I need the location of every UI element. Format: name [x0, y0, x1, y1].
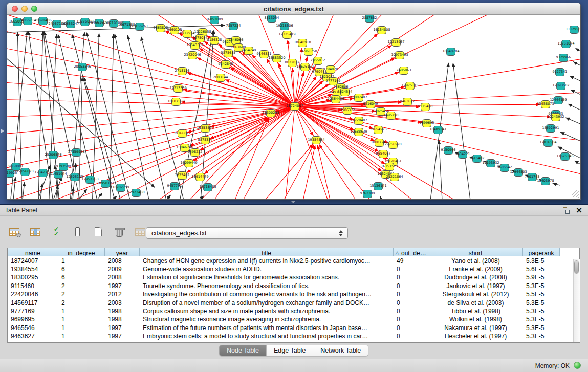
graph-node[interactable]: 3319925: [7, 170, 17, 178]
graph-node[interactable]: 16782759: [112, 184, 129, 192]
graph-node[interactable]: 2718126: [175, 68, 190, 75]
table-mode-button[interactable]: [7, 224, 21, 239]
table-cell[interactable]: Estimation of significance thresholds fo…: [140, 273, 394, 281]
graph-node[interactable]: 9227341: [553, 69, 568, 76]
table-cell[interactable]: Nakamura et al. (1997): [428, 324, 523, 332]
graph-node[interactable]: 9397588: [56, 163, 71, 171]
table-cell[interactable]: 0: [394, 273, 428, 281]
graph-node[interactable]: 12923468: [127, 189, 144, 197]
table-cell[interactable]: 6: [58, 265, 105, 273]
table-cell[interactable]: 2008: [105, 273, 140, 281]
table-cell[interactable]: 9463627: [8, 332, 58, 340]
graph-node[interactable]: 19384554: [308, 137, 324, 144]
close-panel-icon[interactable]: ×: [576, 205, 582, 215]
graph-node[interactable]: 19166827: [173, 130, 190, 138]
graph-node[interactable]: 17016504: [539, 139, 556, 147]
table-cell[interactable]: Investigating the contribution of common…: [140, 290, 394, 298]
table-cell[interactable]: 1: [58, 332, 105, 340]
graph-node[interactable]: 15716485: [199, 184, 216, 191]
graph-node[interactable]: 10107550: [167, 98, 184, 106]
table-cell[interactable]: 0: [394, 298, 428, 307]
graph-node[interactable]: 12213369: [169, 85, 186, 93]
graph-node[interactable]: 9275054: [193, 35, 208, 42]
table-cell[interactable]: Changes of HCN gene expression and I(f) …: [140, 256, 394, 265]
table-cell[interactable]: Dudbridge et al. (2008): [428, 273, 523, 281]
graph-node[interactable]: 12213967: [387, 39, 404, 47]
graph-node[interactable]: 9150966: [441, 147, 456, 155]
graph-node[interactable]: 7485063: [397, 67, 411, 75]
graph-node[interactable]: 8454749: [242, 47, 256, 55]
table-cell[interactable]: 9777169: [8, 307, 58, 315]
graph-node[interactable]: 15883520: [268, 55, 285, 62]
tab-edge-table[interactable]: Edge Table: [267, 345, 313, 356]
table-cell[interactable]: 5.3E-5: [523, 332, 560, 340]
graph-node[interactable]: 16154808: [373, 27, 390, 34]
table-cell[interactable]: 18300295: [8, 273, 58, 281]
table-cell[interactable]: 2: [58, 298, 105, 307]
table-cell[interactable]: 0: [394, 332, 428, 340]
table-cell[interactable]: 1: [58, 315, 105, 323]
window-titlebar[interactable]: citations_edges.txt: [7, 3, 580, 15]
graph-node[interactable]: 15720407: [350, 117, 367, 125]
table-cell[interactable]: Estimation of the future numbers of pati…: [140, 324, 394, 332]
table-cell[interactable]: 1998: [105, 315, 140, 323]
graph-node[interactable]: 2803144: [213, 74, 228, 82]
graph-node[interactable]: 9762309: [360, 190, 375, 198]
table-cell[interactable]: Genome-wide association studies in ADHD.: [140, 265, 394, 273]
table-cell[interactable]: Wolkin et al. (1998): [428, 315, 523, 323]
graph-node[interactable]: 9434221: [455, 151, 470, 159]
graph-node[interactable]: 10807487: [350, 94, 367, 102]
table-cell[interactable]: Corpus callosum shape and size in male p…: [140, 307, 394, 315]
table-cell[interactable]: 0: [394, 265, 428, 273]
graph-node[interactable]: 9699695: [420, 120, 434, 127]
graph-node[interactable]: 15136141: [369, 183, 386, 190]
graph-node[interactable]: 7857224: [226, 23, 241, 30]
citation-network-graph[interactable]: 1665061424055714206914062493718610653247…: [7, 15, 580, 199]
network-canvas[interactable]: 1665061424055714206914062493718610653247…: [7, 15, 580, 199]
table-cell[interactable]: 5.5E-5: [523, 290, 560, 298]
graph-node[interactable]: 12093587: [552, 82, 569, 90]
table-cell[interactable]: Yano et al. (2008): [428, 256, 523, 265]
graph-node[interactable]: 9498222: [188, 149, 203, 157]
table-cell[interactable]: 1997: [105, 282, 140, 290]
table-cell[interactable]: 22420046: [8, 290, 58, 298]
graph-node[interactable]: 76155261: [131, 23, 148, 31]
table-cell[interactable]: 19384554: [8, 265, 58, 273]
graph-node[interactable]: 9463627: [400, 98, 415, 106]
table-cell[interactable]: 0: [394, 307, 428, 315]
table-cell[interactable]: 9115460: [8, 282, 58, 290]
table-cell[interactable]: Tibbo et al. (1998): [428, 307, 523, 315]
graph-node[interactable]: 16099449: [180, 160, 197, 167]
scrollbar-thumb[interactable]: [574, 260, 579, 274]
table-cell[interactable]: 5.9E-5: [523, 273, 560, 281]
tab-network-table[interactable]: Network Table: [313, 345, 368, 356]
table-cell[interactable]: 1: [58, 256, 105, 265]
table-cell[interactable]: 1: [58, 307, 105, 315]
table-cell[interactable]: 5.3E-5: [523, 315, 560, 323]
table-cell[interactable]: 2003: [105, 298, 140, 307]
graph-node[interactable]: 29756928: [384, 141, 401, 149]
splitter-handle[interactable]: [291, 201, 296, 203]
graph-node[interactable]: 25221864: [386, 173, 403, 181]
float-panel-icon[interactable]: [563, 207, 570, 214]
table-cell[interactable]: de Silva et al. (2003): [428, 298, 523, 307]
table-cell[interactable]: 5.3E-5: [523, 256, 560, 265]
table-cell[interactable]: 49: [394, 256, 428, 265]
table-cell[interactable]: 5.3E-5: [523, 324, 560, 332]
table-cell[interactable]: 2008: [105, 256, 140, 265]
graph-node[interactable]: 9329966: [556, 54, 571, 62]
graph-node[interactable]: 16353594: [197, 125, 213, 133]
table-cell[interactable]: 0: [394, 290, 428, 298]
table-cell[interactable]: 5.3E-5: [523, 298, 560, 307]
graph-node[interactable]: 11675345: [556, 153, 573, 161]
create-column-button[interactable]: [91, 224, 105, 239]
graph-node[interactable]: 12505135: [66, 173, 83, 181]
graph-node[interactable]: 17957253: [81, 176, 98, 184]
table-cell[interactable]: Disruption of a novel member of a sodium…: [140, 298, 394, 307]
graph-node[interactable]: 8878334: [198, 137, 213, 144]
tab-node-table[interactable]: Node Table: [220, 345, 267, 356]
table-cell[interactable]: Jankovic et al. (1997): [428, 282, 523, 290]
table-cell[interactable]: 14569117: [8, 298, 58, 307]
graph-node[interactable]: 8813054: [265, 15, 279, 23]
graph-node[interactable]: 11129533: [565, 26, 580, 34]
